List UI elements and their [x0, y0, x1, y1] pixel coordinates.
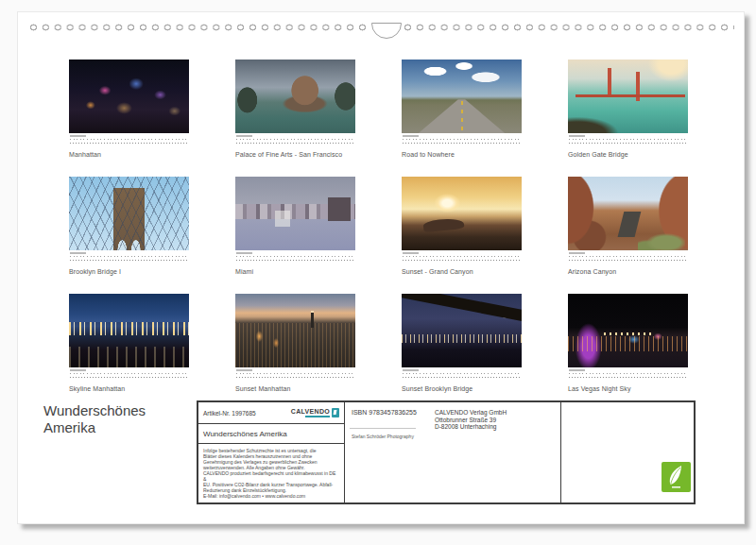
thumbnail-caption: Palace of Fine Arts - San Francisco — [235, 151, 355, 158]
calvendo-logo: CALVENDO — [291, 408, 339, 417]
info-right-column: 9 783457 836255 — [561, 402, 694, 502]
month-thumbnail: Golden Gate Bridge — [568, 60, 688, 177]
mini-calendar-strip — [235, 369, 355, 380]
product-info-box: Artikel-Nr. 1997685 CALVENDO Wunderschön… — [197, 400, 696, 504]
calendar-title-cell: Wunderschönes Amerika — [198, 424, 344, 444]
month-thumbnail: Miami — [235, 177, 355, 294]
photo-road-to-nowhere — [402, 60, 522, 133]
publisher-address: CALVENDO Verlag GmbH Ottobrunner Straße … — [435, 409, 507, 431]
month-thumbnail: Arizona Canyon — [568, 177, 688, 294]
thumbnail-caption: Sunset Manhattan — [235, 385, 355, 392]
mini-calendar-strip — [235, 252, 355, 263]
month-thumbnail: Sunset Manhattan — [235, 294, 355, 411]
photo-brooklyn-bridge — [69, 177, 189, 250]
thumbnail-caption: Miami — [235, 268, 355, 275]
month-thumbnail-grid: Manhattan Palace of Fine Arts - San Fran… — [69, 60, 688, 411]
photo-arizona-canyon — [568, 177, 688, 250]
photo-skyline-manhattan — [69, 294, 189, 367]
calvendo-logo-text: CALVENDO — [291, 408, 330, 417]
thumbnail-caption: Road to Nowhere — [402, 151, 522, 158]
article-row: Artikel-Nr. 1997685 CALVENDO — [198, 402, 344, 424]
isbn-number: ISBN 9783457836255 — [352, 409, 417, 416]
thumbnail-caption: Sunset Brooklyn Bridge — [402, 385, 522, 392]
divider-line — [350, 428, 416, 429]
month-thumbnail: Road to Nowhere — [402, 60, 522, 177]
calvendo-tagline-bar — [305, 416, 330, 417]
mini-calendar-strip — [235, 135, 355, 145]
photo-miami — [235, 177, 355, 250]
photo-sunset-manhattan — [235, 294, 355, 367]
calendar-back-page: Manhattan Palace of Fine Arts - San Fran… — [17, 11, 745, 524]
month-thumbnail: Las Vegas Night Sky — [568, 294, 688, 411]
photographer-credit: Stefan Schröder Photography — [352, 434, 414, 439]
info-left-column: Artikel-Nr. 1997685 CALVENDO Wunderschön… — [198, 402, 345, 502]
photo-las-vegas-night — [568, 294, 688, 367]
thumbnail-caption: Sunset - Grand Canyon — [402, 268, 522, 275]
legal-text: Infolge bestehender Schutzrechte ist es … — [203, 448, 339, 499]
spiral-binding-holes-right — [402, 23, 734, 32]
photo-grand-canyon-sunset — [402, 177, 522, 250]
mini-calendar-strip — [568, 135, 688, 145]
mini-calendar-strip — [69, 369, 189, 380]
photo-manhattan-night — [69, 60, 189, 133]
mini-calendar-strip — [69, 252, 189, 263]
hanger-notch — [371, 23, 402, 39]
month-thumbnail: Sunset Brooklyn Bridge — [402, 294, 522, 411]
thumbnail-caption: Arizona Canyon — [568, 268, 688, 275]
article-number: Artikel-Nr. 1997685 — [203, 410, 256, 417]
photo-sunset-brooklyn-bridge — [402, 294, 522, 367]
month-thumbnail: Sunset - Grand Canyon — [402, 177, 522, 294]
mini-calendar-strip — [568, 369, 688, 380]
thumbnail-caption: Las Vegas Night Sky — [568, 385, 688, 392]
mini-calendar-strip — [402, 135, 522, 145]
month-thumbnail: Palace of Fine Arts - San Francisco — [235, 60, 355, 177]
calendar-title: Wunderschönes Amerika — [43, 402, 146, 436]
photo-palace-of-fine-arts — [235, 60, 355, 133]
legal-cell: Infolge bestehender Schutzrechte ist es … — [198, 444, 344, 502]
info-middle-column: ISBN 9783457836255 Stefan Schröder Photo… — [345, 402, 561, 502]
thumbnail-caption: Brooklyn Bridge I — [69, 268, 189, 275]
mini-calendar-strip — [69, 135, 189, 145]
mini-calendar-strip — [402, 252, 522, 263]
month-thumbnail: Brooklyn Bridge I — [69, 177, 189, 294]
month-thumbnail: Manhattan — [69, 60, 189, 177]
photo-golden-gate-bridge — [568, 60, 688, 133]
thumbnail-caption: Skyline Manhattan — [69, 385, 189, 392]
eco-leaf-logo — [662, 462, 691, 492]
spiral-binding-holes-left — [27, 23, 369, 32]
leaf-icon — [666, 465, 687, 489]
mini-calendar-strip — [568, 252, 688, 263]
mini-calendar-strip — [402, 369, 522, 380]
thumbnail-caption: Manhattan — [69, 151, 189, 158]
month-thumbnail: Skyline Manhattan — [69, 294, 189, 411]
calvendo-logo-icon — [332, 408, 339, 417]
thumbnail-caption: Golden Gate Bridge — [568, 151, 688, 158]
